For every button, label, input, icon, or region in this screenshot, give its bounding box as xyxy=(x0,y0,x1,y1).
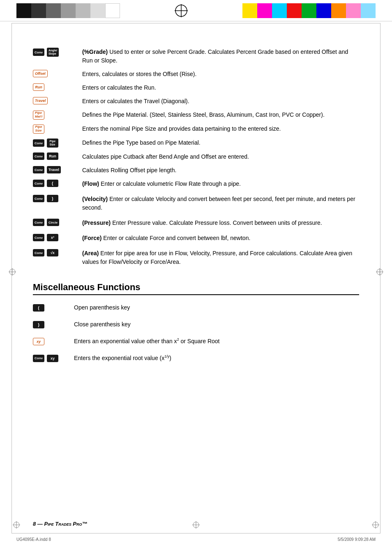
main-content: Conv Angle/Slope (%Grade) Used to enter … xyxy=(0,21,392,383)
crosshair-mid-right xyxy=(376,268,384,277)
description-cell: (Velocity) Enter or calculate Velocity a… xyxy=(82,192,359,215)
swatch-red xyxy=(287,3,302,18)
swatch-black xyxy=(16,3,31,18)
misc-table: ( Open parenthesis key ) Close parenthes… xyxy=(33,299,359,367)
key-cell: Conv x² xyxy=(33,231,82,246)
table-row: Run Enters or calculates the Run. xyxy=(33,82,359,95)
conv-key7: Conv xyxy=(33,219,44,226)
key-description: Enter or calculate Velocity and convert … xyxy=(82,196,355,211)
key-description: Enters or calculates the Travel (Diagona… xyxy=(82,98,189,104)
swatch-gray3 xyxy=(76,3,90,18)
open-paren-description: Open parenthesis key xyxy=(74,304,130,311)
description-cell: Enters or calculates the Run. xyxy=(82,82,359,95)
key-cell: Travel xyxy=(33,95,82,109)
key-description: Defines the Pipe Type based on Pipe Mate… xyxy=(82,139,201,146)
table-row: Conv √x (Area) Enter for pipe area for u… xyxy=(33,246,359,270)
key-description: Enter Pressure value. Calculate Pressure… xyxy=(112,219,322,226)
xy-key: xy xyxy=(33,338,44,345)
table-row: Offset Enters, calculates or stores the … xyxy=(33,68,359,82)
description-cell: Calculates Rolling Offset pipe length. xyxy=(82,164,359,178)
table-row: Conv ( (Flow) Enter or calculate volumet… xyxy=(33,178,359,192)
description-cell: Defines the Pipe Type based on Pipe Mate… xyxy=(82,137,359,151)
key-cell: PipeSize xyxy=(33,123,82,137)
swatch-gray4 xyxy=(90,3,105,18)
key-description: Enter for pipe area for use in Flow, Vel… xyxy=(82,250,352,265)
close-paren-misc-key: ) xyxy=(33,321,44,328)
conv-key10: Conv xyxy=(33,355,44,362)
conv-key4: Conv xyxy=(33,166,44,173)
key-cell: Conv Travel xyxy=(33,164,82,178)
swatch-yellow xyxy=(242,3,257,18)
swatch-green xyxy=(302,3,316,18)
conv-key8: Conv xyxy=(33,234,44,241)
table-row: Conv ) (Velocity) Enter or calculate Vel… xyxy=(33,192,359,215)
table-row: Conv Circle (Pressure) Enter Pressure va… xyxy=(33,215,359,231)
table-row: Travel Enters or calculates the Travel (… xyxy=(33,95,359,109)
key-cell: ) xyxy=(33,316,74,333)
swatch-pink xyxy=(346,3,361,18)
key-cell: Conv Angle/Slope xyxy=(33,46,82,68)
table-row: xy Enters an exponential value other tha… xyxy=(33,333,359,350)
description-cell: Open parenthesis key xyxy=(74,299,359,316)
table-row: Conv PipeSize Defines the Pipe Type base… xyxy=(33,137,359,151)
swatch-gray2 xyxy=(61,3,76,18)
swatch-orange xyxy=(331,3,346,18)
crosshair-top-center xyxy=(174,3,189,18)
key-label: (Velocity) xyxy=(82,196,108,202)
crosshair-bottom-left xyxy=(12,521,21,530)
product-name: Pipe Trades Pro xyxy=(44,521,82,527)
description-cell: Enters, calculates or stores the Offset … xyxy=(82,68,359,82)
table-row: ) Close parenthesis key xyxy=(33,316,359,333)
key-cell: Offset xyxy=(33,68,82,82)
key-label: (Force) xyxy=(82,235,101,241)
key-cell: Conv Run xyxy=(33,151,82,164)
key-cell: ( xyxy=(33,299,74,316)
description-cell: (Pressure) Enter Pressure value. Calcula… xyxy=(82,215,359,231)
conv-key3: Conv xyxy=(33,152,44,160)
key-label: (Area) xyxy=(82,250,99,256)
swatch-magenta xyxy=(257,3,272,18)
open-paren-misc-key: ( xyxy=(33,304,44,312)
key-description: Enters the nominal Pipe Size and provide… xyxy=(82,125,281,132)
swatch-gray1 xyxy=(46,3,61,18)
footer-meta-left: UG4095E-A.indd 8 xyxy=(16,537,51,542)
description-cell: Enters the nominal Pipe Size and provide… xyxy=(82,123,359,137)
key-description: Enters or calculates the Run. xyxy=(82,84,156,91)
function-table: Conv Angle/Slope (%Grade) Used to enter … xyxy=(33,46,359,270)
key-label: (Pressure) xyxy=(82,219,111,226)
description-cell: (Flow) Enter or calculate volumetric Flo… xyxy=(82,178,359,192)
key-label: (Flow) xyxy=(82,180,99,187)
key-description: Enters, calculates or stores the Offset … xyxy=(82,71,196,77)
key-description: Enter or calculate volumetric Flow Rate … xyxy=(101,180,241,187)
key-cell: Conv Circle xyxy=(33,215,82,231)
xy-root-description: Enters the exponential root value (x1/y) xyxy=(74,355,171,361)
xy-key2: xy xyxy=(47,355,58,362)
footer-meta-right: 5/5/2009 9:09:28 AM xyxy=(338,537,376,542)
table-row: Conv x² (Force) Enter or calculate Force… xyxy=(33,231,359,246)
table-row: Conv Run Calculates pipe Cutback after B… xyxy=(33,151,359,164)
table-row: ( Open parenthesis key xyxy=(33,299,359,316)
key-description: Calculates pipe Cutback after Bend Angle… xyxy=(82,153,249,160)
close-paren-description: Close parenthesis key xyxy=(74,321,131,328)
table-row: Conv Angle/Slope (%Grade) Used to enter … xyxy=(33,46,359,68)
key-cell: PipeMat'l xyxy=(33,109,82,123)
description-cell: (Area) Enter for pipe area for use in Fl… xyxy=(82,246,359,270)
conv-key9: Conv xyxy=(33,249,44,256)
key-description: Defines the Pipe Material. (Steel, Stain… xyxy=(82,111,325,118)
description-cell: Enters or calculates the Travel (Diagona… xyxy=(82,95,359,109)
swatch-blue xyxy=(316,3,331,18)
swatch-lightblue xyxy=(361,3,376,18)
conv-key: Conv xyxy=(33,48,44,56)
table-row: PipeMat'l Defines the Pipe Material. (St… xyxy=(33,109,359,123)
page-label-text: 8 — Pipe Trades Pro™ xyxy=(33,521,88,527)
crosshair-bottom-center xyxy=(192,521,200,530)
swatch-cyan xyxy=(272,3,287,18)
run-key: Run xyxy=(33,83,44,91)
xsquared-key: x² xyxy=(47,234,58,241)
key-cell: Conv xy xyxy=(33,350,74,367)
conv-key6: Conv xyxy=(33,195,44,202)
key-description: Used to enter or solve Percent Grade. Ca… xyxy=(82,48,348,64)
conv-key2: Conv xyxy=(33,139,44,147)
description-cell: Defines the Pipe Material. (Steel, Stain… xyxy=(82,109,359,123)
run-key2: Run xyxy=(47,152,58,160)
